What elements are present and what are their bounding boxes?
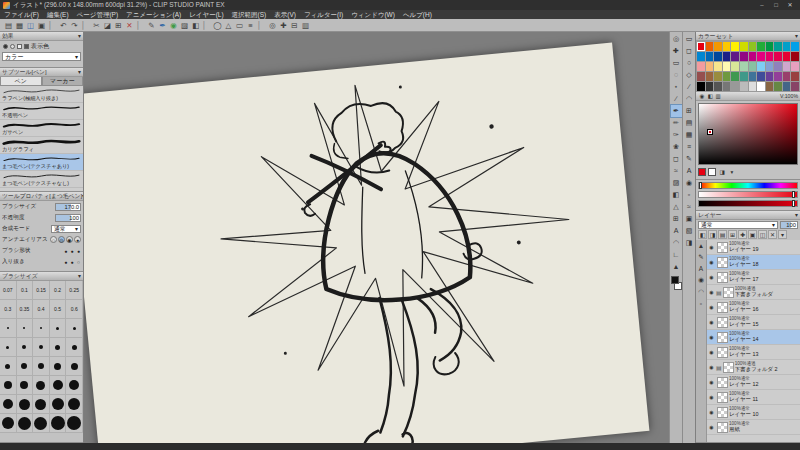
color-swatch[interactable] [749,72,757,81]
layer-row[interactable]: ◉100%通常レイヤー 13 [707,345,800,360]
layer-visibility-icon[interactable]: ◉ [708,364,715,370]
brush-size-cell[interactable] [50,338,67,357]
antialias-option[interactable]: ○ [50,236,57,243]
color-swatch[interactable] [714,82,722,91]
operation-tool-icon[interactable]: ▲ [671,261,682,273]
color-swatch[interactable] [791,72,799,81]
palette-strip-icon[interactable]: ◉ [696,276,706,284]
color-swatch[interactable] [706,42,714,51]
brush-size-cell[interactable] [33,319,50,338]
layer-command-icon[interactable]: ▣ [748,230,757,239]
blend-dropdown[interactable]: 通常▾ [51,225,81,233]
layer-row[interactable]: ◉100%通常レイヤー 17 [707,270,800,285]
selection-tool-icon[interactable]: ▭ [671,57,682,69]
value-slider[interactable] [698,200,798,207]
color-marker[interactable] [708,130,712,134]
command-icon[interactable]: ▤ [684,117,695,129]
layer-command-icon[interactable]: ✚ [738,230,747,239]
subtool-tab[interactable]: マーカー [42,77,84,86]
antialias-option[interactable]: ◎ [58,236,65,243]
layer-name[interactable]: 下書きフォルダ 2 [735,366,799,373]
radio-icon[interactable] [3,44,8,49]
layer-name[interactable]: レイヤー 14 [729,336,799,343]
toolbar-icon[interactable]: ▏ [201,20,212,31]
brush-size-cell[interactable]: 0.2 [50,281,67,300]
brush-size-cell[interactable] [17,319,34,338]
balloon-tool-icon[interactable]: ◠ [671,237,682,249]
panel-menu-icon[interactable]: ▾ [78,32,81,40]
toolbar-icon[interactable]: ▏ [47,20,58,31]
toolbar-icon[interactable]: △ [223,20,234,31]
layer-row[interactable]: ◉100%通常用紙 [707,420,800,435]
layer-thumbnail[interactable] [717,377,728,388]
layer-row[interactable]: ◉100%通常レイヤー 15 [707,315,800,330]
layer-name[interactable]: レイヤー 19 [729,246,799,253]
ruler-tool-icon[interactable]: ∟ [671,249,682,261]
layer-visibility-icon[interactable]: ◉ [708,334,715,340]
color-swatch[interactable] [757,42,765,51]
eyedropper-tool-icon[interactable]: ∕ [671,93,682,105]
brush-size-cell[interactable]: 0.4 [33,300,50,319]
menu-item[interactable]: 表示(V) [270,10,300,19]
layer-visibility-icon[interactable]: ◉ [708,349,715,355]
color-swatch[interactable] [749,42,757,51]
brush-tool-icon[interactable]: ✑ [671,129,682,141]
layer-row[interactable]: ◉100%通常レイヤー 16 [707,300,800,315]
layer-thumbnail[interactable] [717,422,728,433]
color-swatch[interactable] [706,62,714,71]
layer-command-icon[interactable]: ◨ [708,230,717,239]
eraser-tool-icon[interactable]: ◻ [671,153,682,165]
subtool-item[interactable]: カリグラフィ [0,137,83,154]
subtool-tab[interactable]: ペン [0,77,42,86]
color-swatch[interactable] [731,52,739,61]
command-icon[interactable]: ◻ [684,45,695,57]
layer-row[interactable]: ◉100%通常レイヤー 14 [707,330,800,345]
layer-opacity-input[interactable]: 100 [780,221,798,229]
swatch-icon[interactable] [24,44,29,49]
layer-command-icon[interactable]: ⊞ [728,230,737,239]
brush-size-cell[interactable] [0,357,17,376]
color-swatch[interactable] [783,42,791,51]
canvas-viewport[interactable] [84,32,669,443]
command-icon[interactable]: ▦ [684,129,695,141]
color-swatch[interactable] [749,82,757,91]
menu-item[interactable]: 選択範囲(S) [228,10,271,19]
picker-tab-icon[interactable]: ▥ [714,93,722,99]
slider-handle[interactable] [792,191,795,198]
radio-icon[interactable] [10,44,15,49]
saturation-slider[interactable] [698,191,798,198]
layer-thumbnail[interactable] [717,392,728,403]
gradient-tool-icon[interactable]: ◧ [671,189,682,201]
minimize-button[interactable]: – [755,1,769,10]
slider-handle[interactable] [792,200,795,207]
color-swatch[interactable] [706,82,714,91]
layer-name[interactable]: レイヤー 13 [729,351,799,358]
fill-tool-icon[interactable]: ▨ [671,177,682,189]
color-swatch[interactable] [766,52,774,61]
color-swatch[interactable] [697,52,705,61]
brush-size-cell[interactable] [50,357,67,376]
toolbar-icon[interactable]: ▏ [135,20,146,31]
layer-name[interactable]: レイヤー 11 [729,396,799,403]
layer-thumbnail[interactable] [717,257,728,268]
color-swatch[interactable] [766,42,774,51]
layer-thumbnail[interactable] [717,407,728,418]
color-swatch[interactable] [791,62,799,71]
layer-thumbnail[interactable] [717,332,728,343]
color-swatch[interactable] [783,72,791,81]
brush-size-cell[interactable] [0,338,17,357]
brush-size-cell[interactable] [17,414,34,433]
color-swatch[interactable] [723,52,731,61]
layer-command-icon[interactable]: ▤ [718,230,727,239]
picker-option-icon[interactable]: ▾ [728,169,736,175]
layer-row[interactable]: ◉100%通常レイヤー 18 [707,255,800,270]
panel-menu-icon[interactable]: ▾ [78,68,81,76]
menu-item[interactable]: フィルター(I) [300,10,347,19]
layer-row[interactable]: ◉100%通常レイヤー 11 [707,390,800,405]
brush-size-cell[interactable] [33,395,50,414]
command-icon[interactable]: ◨ [684,237,695,249]
palette-strip-icon[interactable]: ◠ [696,288,706,296]
command-icon[interactable]: ◠ [684,93,695,105]
color-swatch[interactable] [774,82,782,91]
brush-size-cell[interactable] [50,319,67,338]
